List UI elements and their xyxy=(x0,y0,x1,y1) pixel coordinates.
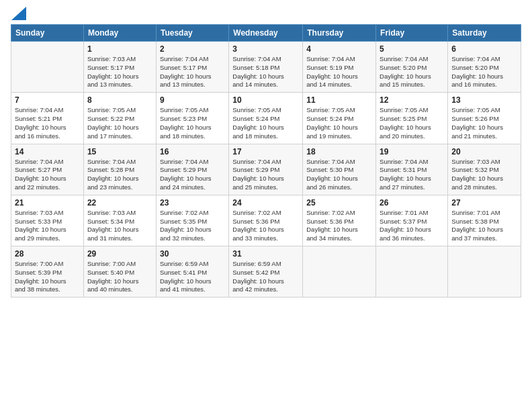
calendar-week-2: 7Sunrise: 7:04 AMSunset: 5:21 PMDaylight… xyxy=(11,93,521,144)
calendar-cell: 29Sunrise: 7:00 AMSunset: 5:40 PMDayligh… xyxy=(83,246,156,298)
day-info: Sunrise: 7:04 AMSunset: 5:29 PMDaylight:… xyxy=(160,158,225,192)
calendar-cell: 23Sunrise: 7:02 AMSunset: 5:35 PMDayligh… xyxy=(156,195,228,246)
calendar-cell: 26Sunrise: 7:01 AMSunset: 5:37 PMDayligh… xyxy=(376,195,448,246)
day-info: Sunrise: 7:05 AMSunset: 5:22 PMDaylight:… xyxy=(87,106,152,140)
day-info: Sunrise: 7:05 AMSunset: 5:26 PMDaylight:… xyxy=(451,106,517,140)
day-info: Sunrise: 7:04 AMSunset: 5:20 PMDaylight:… xyxy=(380,55,444,89)
day-info: Sunrise: 7:03 AMSunset: 5:17 PMDaylight:… xyxy=(87,55,152,89)
day-number: 19 xyxy=(380,147,444,156)
day-number: 25 xyxy=(306,198,372,208)
calendar-cell: 27Sunrise: 7:01 AMSunset: 5:38 PMDayligh… xyxy=(448,195,521,246)
day-number: 29 xyxy=(87,249,152,259)
calendar-cell: 21Sunrise: 7:03 AMSunset: 5:33 PMDayligh… xyxy=(11,195,84,246)
col-header-wednesday: Wednesday xyxy=(229,25,303,42)
calendar-cell: 25Sunrise: 7:02 AMSunset: 5:36 PMDayligh… xyxy=(303,195,376,246)
day-info: Sunrise: 7:03 AMSunset: 5:32 PMDaylight:… xyxy=(451,158,517,192)
day-info: Sunrise: 7:04 AMSunset: 5:31 PMDaylight:… xyxy=(380,158,444,192)
day-number: 28 xyxy=(15,249,80,259)
svg-marker-0 xyxy=(11,7,26,20)
col-header-tuesday: Tuesday xyxy=(156,25,228,42)
calendar-cell: 31Sunrise: 6:59 AMSunset: 5:42 PMDayligh… xyxy=(229,246,303,298)
day-info: Sunrise: 7:04 AMSunset: 5:19 PMDaylight:… xyxy=(306,55,372,89)
day-info: Sunrise: 7:05 AMSunset: 5:24 PMDaylight:… xyxy=(232,106,299,140)
logo xyxy=(11,11,26,17)
calendar-cell: 7Sunrise: 7:04 AMSunset: 5:21 PMDaylight… xyxy=(11,93,84,144)
calendar-cell: 12Sunrise: 7:05 AMSunset: 5:25 PMDayligh… xyxy=(376,93,448,144)
day-number: 22 xyxy=(87,198,152,208)
day-number: 3 xyxy=(232,44,299,54)
calendar-cell: 19Sunrise: 7:04 AMSunset: 5:31 PMDayligh… xyxy=(376,144,448,195)
day-info: Sunrise: 7:04 AMSunset: 5:27 PMDaylight:… xyxy=(15,158,80,192)
day-info: Sunrise: 7:01 AMSunset: 5:37 PMDaylight:… xyxy=(380,209,444,243)
day-info: Sunrise: 7:04 AMSunset: 5:29 PMDaylight:… xyxy=(232,158,299,192)
day-info: Sunrise: 7:03 AMSunset: 5:33 PMDaylight:… xyxy=(15,209,80,243)
calendar-cell: 17Sunrise: 7:04 AMSunset: 5:29 PMDayligh… xyxy=(229,144,303,195)
day-number: 10 xyxy=(232,95,299,105)
calendar-cell: 28Sunrise: 7:00 AMSunset: 5:39 PMDayligh… xyxy=(11,246,84,298)
day-number: 15 xyxy=(87,147,152,156)
day-info: Sunrise: 6:59 AMSunset: 5:41 PMDaylight:… xyxy=(160,260,225,294)
day-info: Sunrise: 7:02 AMSunset: 5:36 PMDaylight:… xyxy=(306,209,372,243)
day-number: 14 xyxy=(15,147,80,156)
day-number: 26 xyxy=(380,198,444,208)
day-info: Sunrise: 7:05 AMSunset: 5:23 PMDaylight:… xyxy=(160,106,225,140)
day-number: 1 xyxy=(87,44,152,54)
day-number: 9 xyxy=(160,95,225,105)
calendar-cell: 4Sunrise: 7:04 AMSunset: 5:19 PMDaylight… xyxy=(303,42,376,93)
day-info: Sunrise: 7:04 AMSunset: 5:18 PMDaylight:… xyxy=(232,55,299,89)
logo-icon xyxy=(11,7,26,20)
day-info: Sunrise: 7:00 AMSunset: 5:39 PMDaylight:… xyxy=(15,260,80,294)
calendar-cell: 1Sunrise: 7:03 AMSunset: 5:17 PMDaylight… xyxy=(83,42,156,93)
day-number: 18 xyxy=(306,147,372,156)
col-header-saturday: Saturday xyxy=(448,25,521,42)
day-info: Sunrise: 7:00 AMSunset: 5:40 PMDaylight:… xyxy=(87,260,152,294)
day-info: Sunrise: 7:01 AMSunset: 5:38 PMDaylight:… xyxy=(451,209,517,243)
day-number: 24 xyxy=(232,198,299,208)
calendar-cell: 16Sunrise: 7:04 AMSunset: 5:29 PMDayligh… xyxy=(156,144,228,195)
day-number: 30 xyxy=(160,249,225,259)
day-info: Sunrise: 7:04 AMSunset: 5:20 PMDaylight:… xyxy=(451,55,517,89)
day-number: 20 xyxy=(451,147,517,156)
calendar-cell: 9Sunrise: 7:05 AMSunset: 5:23 PMDaylight… xyxy=(156,93,228,144)
day-info: Sunrise: 6:59 AMSunset: 5:42 PMDaylight:… xyxy=(232,260,299,294)
calendar-cell: 14Sunrise: 7:04 AMSunset: 5:27 PMDayligh… xyxy=(11,144,84,195)
day-number: 2 xyxy=(160,44,225,54)
calendar-cell xyxy=(376,246,448,298)
day-info: Sunrise: 7:04 AMSunset: 5:28 PMDaylight:… xyxy=(87,158,152,192)
day-info: Sunrise: 7:05 AMSunset: 5:25 PMDaylight:… xyxy=(380,106,444,140)
calendar-cell: 15Sunrise: 7:04 AMSunset: 5:28 PMDayligh… xyxy=(83,144,156,195)
calendar-cell: 3Sunrise: 7:04 AMSunset: 5:18 PMDaylight… xyxy=(229,42,303,93)
day-info: Sunrise: 7:02 AMSunset: 5:36 PMDaylight:… xyxy=(232,209,299,243)
day-number: 8 xyxy=(87,95,152,105)
day-number: 31 xyxy=(232,249,299,259)
day-number: 21 xyxy=(15,198,80,208)
day-number: 7 xyxy=(15,95,80,105)
calendar-header-row: SundayMondayTuesdayWednesdayThursdayFrid… xyxy=(11,25,521,42)
calendar-cell: 10Sunrise: 7:05 AMSunset: 5:24 PMDayligh… xyxy=(229,93,303,144)
col-header-monday: Monday xyxy=(83,25,156,42)
calendar-week-4: 21Sunrise: 7:03 AMSunset: 5:33 PMDayligh… xyxy=(11,195,521,246)
calendar-table: SundayMondayTuesdayWednesdayThursdayFrid… xyxy=(11,24,521,298)
day-info: Sunrise: 7:02 AMSunset: 5:35 PMDaylight:… xyxy=(160,209,225,243)
day-number: 6 xyxy=(451,44,517,54)
day-number: 11 xyxy=(306,95,372,105)
calendar-cell: 30Sunrise: 6:59 AMSunset: 5:41 PMDayligh… xyxy=(156,246,228,298)
calendar-cell xyxy=(303,246,376,298)
calendar-cell: 8Sunrise: 7:05 AMSunset: 5:22 PMDaylight… xyxy=(83,93,156,144)
day-number: 27 xyxy=(451,198,517,208)
calendar-cell: 2Sunrise: 7:04 AMSunset: 5:17 PMDaylight… xyxy=(156,42,228,93)
col-header-thursday: Thursday xyxy=(303,25,376,42)
calendar-cell: 24Sunrise: 7:02 AMSunset: 5:36 PMDayligh… xyxy=(229,195,303,246)
page: SundayMondayTuesdayWednesdayThursdayFrid… xyxy=(0,0,532,411)
calendar-week-1: 1Sunrise: 7:03 AMSunset: 5:17 PMDaylight… xyxy=(11,42,521,93)
day-info: Sunrise: 7:04 AMSunset: 5:21 PMDaylight:… xyxy=(15,106,80,140)
day-number: 4 xyxy=(306,44,372,54)
calendar-cell: 20Sunrise: 7:03 AMSunset: 5:32 PMDayligh… xyxy=(448,144,521,195)
day-number: 13 xyxy=(451,95,517,105)
calendar-cell: 22Sunrise: 7:03 AMSunset: 5:34 PMDayligh… xyxy=(83,195,156,246)
day-info: Sunrise: 7:04 AMSunset: 5:17 PMDaylight:… xyxy=(160,55,225,89)
calendar-cell: 5Sunrise: 7:04 AMSunset: 5:20 PMDaylight… xyxy=(376,42,448,93)
calendar-cell: 13Sunrise: 7:05 AMSunset: 5:26 PMDayligh… xyxy=(448,93,521,144)
header xyxy=(11,11,521,17)
day-info: Sunrise: 7:04 AMSunset: 5:30 PMDaylight:… xyxy=(306,158,372,192)
